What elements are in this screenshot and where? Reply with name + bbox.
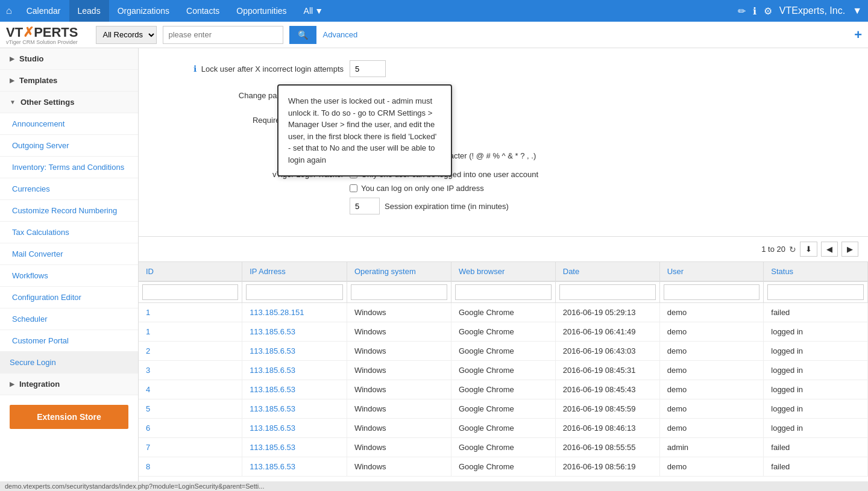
nav-contacts[interactable]: Contacts xyxy=(178,0,228,22)
cell-id[interactable]: 3 xyxy=(139,361,242,380)
lock-user-label: ℹ Lock user after X incorrect login atte… xyxy=(151,64,344,73)
sidebar-item-currencies[interactable]: Currencies xyxy=(0,178,138,200)
sidebar-item-workflows[interactable]: Workflows xyxy=(0,265,138,287)
pagination-text: 1 to 20 xyxy=(761,245,785,254)
sidebar-item-secure-login[interactable]: Secure Login xyxy=(0,352,138,374)
nav-all[interactable]: All ▼ xyxy=(295,0,332,22)
sidebar-item-tax-calculations[interactable]: Tax Calculations xyxy=(0,222,138,243)
cell-status: failed xyxy=(764,303,868,322)
filter-date[interactable] xyxy=(559,284,656,300)
col-ip[interactable]: IP Adrress xyxy=(242,262,347,281)
nav-leads[interactable]: Leads xyxy=(69,0,109,22)
cell-id[interactable]: 2 xyxy=(139,342,242,361)
cell-id[interactable]: 1 xyxy=(139,322,242,342)
download-button[interactable]: ⬇ xyxy=(800,242,817,257)
cell-user: demo xyxy=(659,322,764,342)
cell-os: Windows xyxy=(347,438,451,457)
filter-status[interactable] xyxy=(767,284,864,300)
session-time-input[interactable] xyxy=(350,198,380,214)
cell-ip[interactable]: 113.185.6.53 xyxy=(242,322,347,342)
filter-id[interactable] xyxy=(142,284,238,300)
col-user[interactable]: User xyxy=(659,262,764,281)
cell-ip[interactable]: 113.185.6.53 xyxy=(242,342,347,361)
nav-opportunities[interactable]: Opportunities xyxy=(228,0,295,22)
sidebar-item-announcement[interactable]: Announcement xyxy=(0,113,138,135)
col-date[interactable]: Date xyxy=(555,262,659,281)
sidebar-item-customize-record-numbering[interactable]: Customize Record Numbering xyxy=(0,200,138,222)
prev-page-button[interactable]: ◀ xyxy=(821,242,838,257)
search-type-select[interactable]: All Records Templates xyxy=(96,26,157,44)
sidebar-item-studio[interactable]: ▶ Studio xyxy=(0,48,138,70)
cell-user: demo xyxy=(659,399,764,419)
status-bar: demo.vtexperts.com/securitystandards/ind… xyxy=(139,481,868,491)
pagination-row: 1 to 20 ↻ ⬇ ◀ ▶ xyxy=(139,237,868,262)
cell-ip[interactable]: 113.185.6.53 xyxy=(242,399,347,419)
cell-id[interactable]: 8 xyxy=(139,457,242,477)
cell-user: demo xyxy=(659,457,764,477)
cell-ip[interactable]: 113.185.6.53 xyxy=(242,361,347,380)
home-icon[interactable]: ⌂ xyxy=(6,5,12,16)
col-browser[interactable]: Web browser xyxy=(451,262,555,281)
lock-user-info-icon[interactable]: ℹ xyxy=(193,64,197,73)
nav-calendar[interactable]: Calendar xyxy=(18,0,69,22)
table-row: 3113.185.6.53WindowsGoogle Chrome2016-06… xyxy=(139,361,868,380)
cell-status: logged in xyxy=(764,322,868,342)
company-dropdown-arrow[interactable]: ▼ xyxy=(852,5,862,16)
next-page-button[interactable]: ▶ xyxy=(841,242,858,257)
cell-id[interactable]: 4 xyxy=(139,380,242,399)
filter-ip[interactable] xyxy=(246,284,343,300)
cell-user: demo xyxy=(659,303,764,322)
main-content: When the user is locked out - admin must… xyxy=(139,48,868,491)
col-id[interactable]: ID xyxy=(139,262,242,281)
settings-icon[interactable]: ⚙ xyxy=(764,5,772,17)
integration-arrow-icon: ▶ xyxy=(10,381,14,387)
cell-browser: Google Chrome xyxy=(451,342,555,361)
sidebar-item-inventory-terms[interactable]: Inventory: Terms and Conditions xyxy=(0,157,138,178)
refresh-icon[interactable]: ↻ xyxy=(789,245,796,254)
lock-user-row: ℹ Lock user after X incorrect login atte… xyxy=(151,60,856,77)
search-button[interactable]: 🔍 xyxy=(289,26,316,44)
cell-ip[interactable]: 113.185.6.53 xyxy=(242,438,347,457)
search-input[interactable] xyxy=(163,26,283,44)
filter-user[interactable] xyxy=(664,284,760,300)
sidebar-item-templates[interactable]: ▶ Templates xyxy=(0,70,138,92)
info-icon[interactable]: ℹ xyxy=(753,5,756,17)
filter-browser[interactable] xyxy=(455,284,552,300)
sidebar-item-scheduler[interactable]: Scheduler xyxy=(0,308,138,330)
cell-ip[interactable]: 113.185.6.53 xyxy=(242,419,347,438)
cell-id[interactable]: 6 xyxy=(139,419,242,438)
cell-id[interactable]: 7 xyxy=(139,438,242,457)
cell-ip[interactable]: 113.185.6.53 xyxy=(242,457,347,477)
cell-browser: Google Chrome xyxy=(451,419,555,438)
sidebar-item-configuration-editor[interactable]: Configuration Editor xyxy=(0,287,138,308)
checkbox-one-ip[interactable]: You can log on only one IP address xyxy=(350,184,538,193)
col-status[interactable]: Status xyxy=(764,262,868,281)
add-button[interactable]: + xyxy=(854,27,862,43)
sidebar-item-other-settings[interactable]: ▼ Other Settings xyxy=(0,92,138,113)
cell-date: 2016-06-19 08:45:43 xyxy=(555,380,659,399)
nav-organizations[interactable]: Organizations xyxy=(109,0,178,22)
cell-id[interactable]: 1 xyxy=(139,303,242,322)
cell-os: Windows xyxy=(347,399,451,419)
extension-store-button[interactable]: Extension Store xyxy=(10,405,128,429)
cell-id[interactable]: 5 xyxy=(139,399,242,419)
cell-ip[interactable]: 113.185.28.151 xyxy=(242,303,347,322)
advanced-link[interactable]: Advanced xyxy=(322,30,357,39)
cell-user: demo xyxy=(659,342,764,361)
cell-date: 2016-06-19 08:46:13 xyxy=(555,419,659,438)
cell-status: failed xyxy=(764,457,868,477)
sidebar-item-outgoing-server[interactable]: Outgoing Server xyxy=(0,135,138,157)
sidebar-item-integration[interactable]: ▶ Integration xyxy=(0,374,138,395)
filter-row xyxy=(139,281,868,303)
sidebar-item-mail-converter[interactable]: Mail Converter xyxy=(0,243,138,265)
sidebar-item-customer-portal[interactable]: Customer Portal xyxy=(0,330,138,352)
cell-ip[interactable]: 113.185.6.53 xyxy=(242,380,347,399)
lock-user-input[interactable] xyxy=(350,60,386,77)
cell-os: Windows xyxy=(347,342,451,361)
other-settings-arrow-icon: ▼ xyxy=(10,99,16,105)
col-os[interactable]: Operating system xyxy=(347,262,451,281)
filter-os[interactable] xyxy=(351,284,447,300)
edit-icon[interactable]: ✏ xyxy=(738,5,746,17)
table-row: 4113.185.6.53WindowsGoogle Chrome2016-06… xyxy=(139,380,868,399)
cell-status: logged in xyxy=(764,361,868,380)
